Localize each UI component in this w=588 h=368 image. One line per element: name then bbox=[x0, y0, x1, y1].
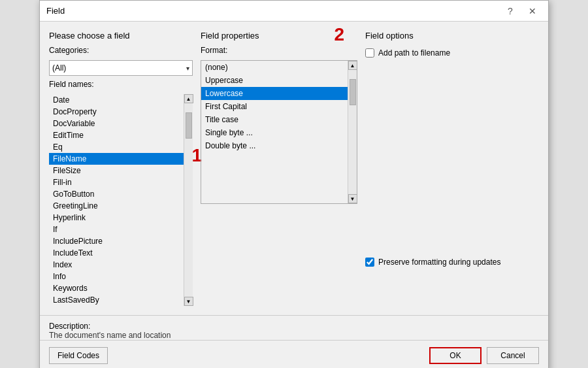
list-item[interactable]: Double byte ... bbox=[201, 139, 348, 152]
list-item[interactable]: Eq bbox=[49, 141, 184, 153]
list-item[interactable]: Index bbox=[49, 259, 184, 271]
scrollbar-thumb[interactable] bbox=[186, 112, 192, 139]
list-item[interactable]: First Capital bbox=[201, 100, 348, 113]
list-item[interactable]: IncludeText bbox=[49, 247, 184, 259]
description-text: The document's name and location bbox=[49, 331, 539, 340]
list-item[interactable]: Info bbox=[49, 271, 184, 282]
add-path-label: Add path to filename bbox=[378, 48, 450, 58]
bottom-right-buttons: OK Cancel 3 bbox=[429, 347, 539, 364]
scroll-down-icon[interactable]: ▼ bbox=[184, 297, 193, 306]
bottom-bar: Field Codes OK Cancel 3 bbox=[40, 340, 548, 368]
cancel-button[interactable]: Cancel bbox=[487, 347, 539, 364]
help-button[interactable]: ? bbox=[501, 3, 519, 19]
close-button[interactable]: ✕ bbox=[523, 3, 542, 19]
format-listbox[interactable]: (none)UppercaseLowercaseFirst CapitalTit… bbox=[201, 60, 357, 204]
dialog-title: Field bbox=[46, 6, 65, 16]
description-section: Description: The document's name and loc… bbox=[40, 315, 548, 340]
format-label: Format: bbox=[201, 46, 357, 55]
preserve-formatting-label: Preserve formatting during updates bbox=[378, 258, 500, 267]
left-panel: Please choose a field Categories: (All) … bbox=[49, 31, 193, 306]
right-panel-title: Field options bbox=[365, 31, 539, 41]
field-dialog: Field ? ✕ Please choose a field Categori… bbox=[39, 0, 549, 368]
format-scrollbar-track: ▲ ▼ bbox=[348, 61, 357, 203]
preserve-formatting-checkbox[interactable] bbox=[365, 258, 374, 267]
description-label: Description: bbox=[49, 322, 90, 331]
list-item[interactable]: FileSize bbox=[49, 165, 184, 176]
list-item[interactable]: Single byte ... bbox=[201, 126, 348, 139]
add-path-row: Add path to filename bbox=[365, 48, 539, 58]
list-item[interactable]: EditTime bbox=[49, 129, 184, 141]
add-path-checkbox[interactable] bbox=[365, 48, 374, 58]
right-panel: Field options Add path to filename Prese… bbox=[365, 31, 539, 306]
middle-panel: Field properties 2 Format: (none)Upperca… bbox=[201, 31, 357, 306]
list-item[interactable]: DocVariable bbox=[49, 118, 184, 129]
list-item[interactable]: LastSavedBy bbox=[49, 294, 184, 306]
field-names-listbox[interactable]: DateDocPropertyDocVariableEditTimeEqFile… bbox=[49, 94, 193, 306]
title-buttons: ? ✕ bbox=[501, 3, 542, 19]
list-item[interactable]: (none) bbox=[201, 61, 348, 74]
categories-combobox[interactable]: (All) ▾ bbox=[49, 60, 193, 76]
format-scroll-down-icon[interactable]: ▼ bbox=[348, 194, 357, 203]
ok-button[interactable]: OK bbox=[429, 347, 482, 364]
categories-label: Categories: bbox=[49, 46, 193, 55]
chevron-down-icon: ▾ bbox=[186, 65, 189, 72]
title-bar: Field ? ✕ bbox=[40, 1, 548, 22]
scrollbar-track: ▲ ▼ bbox=[184, 94, 193, 306]
format-scrollbar-thumb[interactable] bbox=[350, 79, 356, 105]
badge-3: 3 bbox=[489, 365, 500, 368]
list-item[interactable]: GoToButton bbox=[49, 188, 184, 200]
list-item[interactable]: If bbox=[49, 224, 184, 235]
categories-value: (All) bbox=[52, 63, 66, 73]
list-item[interactable]: DocProperty bbox=[49, 106, 184, 118]
list-item[interactable]: Lowercase bbox=[201, 87, 348, 100]
dialog-body: Please choose a field Categories: (All) … bbox=[40, 22, 548, 315]
list-item[interactable]: Date bbox=[49, 94, 184, 106]
preserve-formatting-row: Preserve formatting during updates bbox=[365, 258, 500, 267]
list-item[interactable]: Keywords bbox=[49, 282, 184, 294]
list-item[interactable]: Title case bbox=[201, 113, 348, 126]
badge-2: 2 bbox=[334, 25, 344, 44]
list-item[interactable]: Uppercase bbox=[201, 74, 348, 87]
scroll-up-icon[interactable]: ▲ bbox=[184, 94, 193, 103]
list-item[interactable]: Fill-in bbox=[49, 176, 184, 188]
field-codes-button[interactable]: Field Codes bbox=[49, 347, 108, 364]
list-item[interactable]: FileName bbox=[49, 153, 184, 165]
list-item[interactable]: GreetingLine bbox=[49, 200, 184, 212]
list-item[interactable]: Hyperlink bbox=[49, 212, 184, 224]
list-item[interactable]: IncludePicture bbox=[49, 235, 184, 247]
field-names-label: Field names: bbox=[49, 80, 193, 89]
left-panel-title: Please choose a field bbox=[49, 31, 193, 41]
format-scroll-up-icon[interactable]: ▲ bbox=[348, 61, 357, 70]
